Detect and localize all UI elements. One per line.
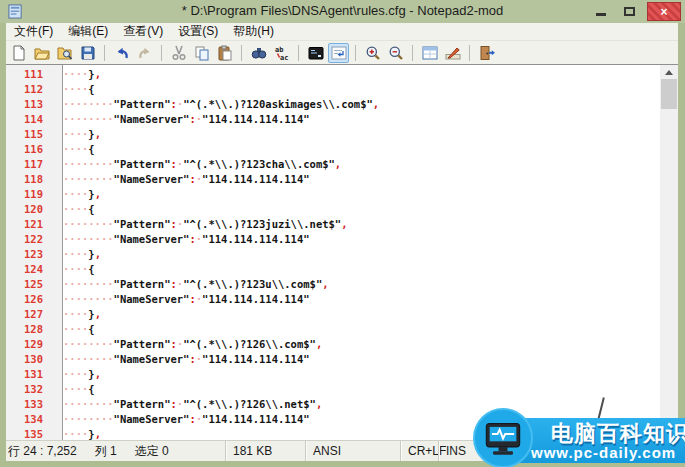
status-encoding[interactable]: ANSI: [305, 441, 400, 461]
code-line: 117········"Pattern":·"^(.*\\.)?123cha\\…: [6, 157, 660, 172]
code-text: ····{: [53, 382, 95, 397]
code-line: 121········"Pattern":·"^(.*\\.)?123juzi\…: [6, 217, 660, 232]
maximize-button[interactable]: [615, 2, 644, 22]
new-file-icon: [11, 45, 27, 61]
title-bar[interactable]: * D:\Program Files\DNSAgent\rules.cfg - …: [0, 0, 685, 23]
window-frame-left: [0, 23, 6, 467]
code-line: 126········"NameServer":·"114.114.114.11…: [6, 292, 660, 307]
new-file-button[interactable]: [8, 43, 29, 63]
code-line: 127····},: [6, 307, 660, 322]
watermark-url: www.pc-daily.com: [531, 444, 676, 461]
scheme-dark-button[interactable]: [305, 43, 326, 63]
code-text: ····{: [53, 202, 95, 217]
toolbar-separator: [412, 45, 413, 61]
code-text: ····{: [53, 262, 95, 277]
paste-button[interactable]: [214, 43, 235, 63]
code-line: 133········"Pattern":·"^(.*\\.)?126\\.ne…: [6, 397, 660, 412]
menu-bar: 文件(F)编辑(E)查看(V)设置(S)帮助(H): [1, 23, 684, 41]
code-line: 111····},: [6, 67, 660, 82]
line-number: 118: [6, 172, 53, 187]
status-file-size: 181 KB: [225, 441, 305, 461]
open-file-button[interactable]: [31, 43, 52, 63]
cut-button[interactable]: [168, 43, 189, 63]
code-line: 128····{: [6, 322, 660, 337]
menu-item-4[interactable]: 帮助(H): [233, 23, 274, 40]
word-wrap-button[interactable]: [328, 43, 349, 63]
close-icon: ×: [660, 5, 667, 19]
open-file-icon: [34, 45, 50, 61]
line-number: 131: [6, 367, 53, 382]
copy-button[interactable]: [191, 43, 212, 63]
minimize-button[interactable]: [586, 2, 615, 22]
line-number: 122: [6, 232, 53, 247]
toolbar-separator: [355, 45, 356, 61]
code-text: ····{: [53, 82, 95, 97]
zoom-in-button[interactable]: [362, 43, 383, 63]
code-line: 116····{: [6, 142, 660, 157]
undo-button[interactable]: [111, 43, 132, 63]
save-file-button[interactable]: [77, 43, 98, 63]
status-line-position: 行 24 : 7,252: [8, 443, 77, 460]
menu-item-2[interactable]: 查看(V): [123, 23, 163, 40]
monitor-pulse-icon: [483, 418, 523, 458]
status-insert-mode[interactable]: INS: [438, 441, 468, 461]
toolbar: abac: [1, 41, 684, 64]
line-number: 121: [6, 217, 53, 232]
line-number: 125: [6, 277, 53, 292]
save-file-icon: [80, 45, 96, 61]
code-line: 112····{: [6, 82, 660, 97]
line-number: 132: [6, 382, 53, 397]
code-text: ········"NameServer":·"114.114.114.114": [53, 412, 310, 427]
exit-button[interactable]: [476, 43, 497, 63]
code-text: ····{: [53, 142, 95, 157]
code-line: 132····{: [6, 382, 660, 397]
browse-file-button[interactable]: [54, 43, 75, 63]
code-line: 131····},: [6, 367, 660, 382]
line-number: 133: [6, 397, 53, 412]
code-line: 122········"NameServer":·"114.114.114.11…: [6, 232, 660, 247]
scheme-dark-icon: [308, 45, 324, 61]
menu-item-1[interactable]: 编辑(E): [68, 23, 108, 40]
code-text: ········"Pattern":·"^(.*\\.)?126\\.com$"…: [53, 337, 322, 352]
code-line: 119····},: [6, 187, 660, 202]
editor-text-area[interactable]: 111····},112····{113········"Pattern":·"…: [6, 64, 660, 440]
vertical-scrollbar[interactable]: [660, 64, 678, 440]
scrollbar-thumb[interactable]: [661, 79, 677, 109]
code-line: 114········"NameServer":·"114.114.114.11…: [6, 112, 660, 127]
menu-item-0[interactable]: 文件(F): [14, 23, 53, 40]
status-column: 列 1: [95, 443, 117, 460]
toolbar-separator: [104, 45, 105, 61]
code-line: 115····},: [6, 127, 660, 142]
line-number: 119: [6, 187, 53, 202]
word-wrap-icon: [331, 45, 347, 61]
line-number: 113: [6, 97, 53, 112]
scroll-up-button[interactable]: [660, 65, 678, 80]
cut-icon: [171, 45, 187, 61]
find-button[interactable]: [248, 43, 269, 63]
zoom-out-button[interactable]: [385, 43, 406, 63]
maximize-icon: [624, 7, 635, 16]
code-text: ········"Pattern":·"^(.*\\.)?120askimage…: [53, 97, 379, 112]
toolbar-separator: [469, 45, 470, 61]
code-text: ········"Pattern":·"^(.*\\.)?123cha\\.co…: [53, 157, 341, 172]
notepad2-window: * D:\Program Files\DNSAgent\rules.cfg - …: [0, 0, 685, 467]
replace-icon: abac: [274, 45, 290, 61]
line-number: 116: [6, 142, 53, 157]
browse-file-icon: [57, 45, 73, 61]
replace-button[interactable]: abac: [271, 43, 292, 63]
close-button[interactable]: ×: [647, 2, 681, 21]
customize-schemes-button[interactable]: [442, 43, 463, 63]
line-number: 123: [6, 247, 53, 262]
code-text: ····},: [53, 427, 101, 440]
code-text: ········"Pattern":·"^(.*\\.)?126\\.net$"…: [53, 397, 322, 412]
scheme-config-button[interactable]: [419, 43, 440, 63]
editor-lines: 111····},112····{113········"Pattern":·"…: [6, 67, 660, 440]
redo-button[interactable]: [134, 43, 155, 63]
menu-item-3[interactable]: 设置(S): [178, 23, 218, 40]
status-line-ending[interactable]: CR+LF: [400, 441, 438, 461]
code-text: ····},: [53, 187, 101, 202]
customize-schemes-icon: [445, 45, 461, 61]
watermark-logo: [473, 408, 533, 467]
toolbar-separator: [241, 45, 242, 61]
code-text: ········"Pattern":·"^(.*\\.)?123u\\.com$…: [53, 277, 329, 292]
